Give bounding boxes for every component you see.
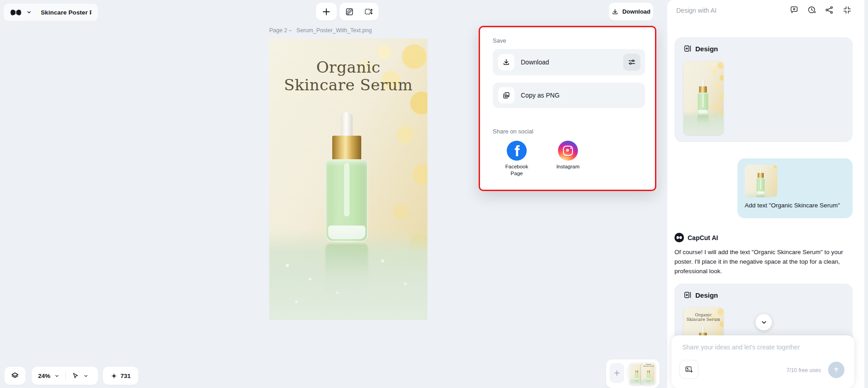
bottle-reflection bbox=[756, 195, 765, 197]
bottle-glass-base bbox=[635, 378, 638, 379]
design-card-1-header: Design bbox=[684, 44, 718, 53]
divider bbox=[65, 372, 66, 380]
bottle-glass-body bbox=[756, 178, 765, 195]
bottle-reflection bbox=[698, 115, 709, 128]
poster-title: Organic Skincare Serum bbox=[684, 313, 723, 322]
bottle-pipette bbox=[636, 373, 637, 378]
plus-icon bbox=[322, 7, 331, 16]
chat-input[interactable] bbox=[681, 342, 840, 353]
design-card-1-label: Design bbox=[695, 45, 718, 53]
bottle-glass-body bbox=[635, 373, 639, 380]
bottle-glass-base bbox=[698, 110, 708, 113]
bottle-pipette bbox=[344, 163, 349, 216]
poster-title: Organic Skincare Serum bbox=[642, 364, 655, 367]
free-uses-counter: 7/10 free uses bbox=[786, 367, 821, 373]
facebook-share-button[interactable] bbox=[507, 141, 527, 161]
poster-art: Organic Skincare Serum bbox=[642, 363, 655, 384]
poster-title-line1: Organic bbox=[269, 59, 427, 76]
poster-title-line1: Organic bbox=[684, 313, 723, 317]
design-icon bbox=[684, 291, 692, 299]
poster-art: Organic Skincare Serum bbox=[684, 61, 723, 135]
facebook-icon bbox=[507, 141, 527, 161]
bottle-gold-cap bbox=[332, 136, 361, 160]
popup-copy-png-label: Copy as PNG bbox=[521, 92, 640, 99]
history-icon[interactable] bbox=[807, 5, 816, 15]
save-popup: Save Download Copy as PNG Share on socia… bbox=[479, 26, 656, 191]
collapse-panel-icon[interactable] bbox=[843, 5, 852, 15]
instagram-flash-dot bbox=[570, 147, 572, 149]
serum-bottle bbox=[745, 165, 777, 197]
image-add-icon bbox=[684, 365, 693, 374]
page-file-name: Serum_Poster_With_Text.png bbox=[296, 27, 372, 34]
project-menu[interactable]: Skincare Poster Pr... bbox=[4, 4, 98, 21]
mask-tool-icon[interactable] bbox=[345, 7, 354, 16]
project-menu-chevron-icon[interactable] bbox=[26, 10, 32, 15]
ai-panel-title: Design with AI bbox=[676, 7, 717, 14]
layers-button[interactable] bbox=[5, 367, 25, 385]
chevron-down-icon bbox=[761, 319, 767, 326]
capcut-logo-icon bbox=[10, 9, 22, 16]
chat-input-card: 7/10 free uses bbox=[671, 335, 854, 388]
zoom-chevron-icon[interactable] bbox=[54, 373, 59, 378]
share-icon[interactable] bbox=[825, 5, 834, 15]
credits-count: 731 bbox=[121, 373, 131, 379]
popup-copy-png-row[interactable]: Copy as PNG bbox=[493, 83, 645, 108]
poster-art: Organic Skincare Serum bbox=[269, 39, 427, 320]
bottle-glass-body bbox=[698, 93, 709, 114]
bottle-reflection bbox=[635, 380, 639, 384]
download-icon bbox=[611, 8, 619, 15]
save-section-label: Save bbox=[493, 37, 506, 44]
layers-icon bbox=[10, 371, 19, 380]
download-settings-button[interactable] bbox=[623, 54, 640, 71]
page-label: Page 2 – Serum_Poster_With_Text.png bbox=[269, 27, 372, 34]
bottle-pipette bbox=[760, 178, 761, 189]
instagram-icon bbox=[563, 146, 573, 156]
instagram-share-button[interactable] bbox=[558, 141, 578, 161]
plus-icon bbox=[613, 369, 621, 377]
facebook-label-line2: Page bbox=[497, 170, 537, 177]
add-page-button[interactable] bbox=[610, 363, 624, 383]
popup-download-label: Download bbox=[521, 59, 617, 66]
cursor-chevron-icon[interactable] bbox=[83, 373, 88, 378]
ai-panel-header-actions bbox=[790, 5, 852, 15]
bottle-glass-base bbox=[647, 378, 650, 379]
poster-title-line2: Skincare Serum bbox=[642, 365, 655, 367]
poster-title-line2: Skincare Serum bbox=[269, 76, 427, 94]
poster-title-line2: Skincare Serum bbox=[684, 317, 723, 322]
page-navigator: Organic Skincare Serum Organic Skincare … bbox=[606, 359, 659, 388]
add-image-button[interactable] bbox=[679, 360, 698, 379]
bottle-glass-body bbox=[325, 159, 368, 242]
sliders-icon bbox=[628, 58, 636, 66]
page-2-thumbnail[interactable]: Organic Skincare Serum bbox=[641, 363, 655, 384]
project-title: Skincare Poster Pr... bbox=[41, 9, 92, 16]
new-chat-icon[interactable] bbox=[790, 5, 799, 15]
divider bbox=[627, 368, 627, 378]
send-button[interactable] bbox=[828, 362, 844, 378]
copy-image-icon bbox=[498, 87, 514, 103]
sparkle-icon bbox=[111, 373, 117, 379]
scroll-to-bottom-button[interactable] bbox=[756, 314, 772, 330]
poster-canvas[interactable]: Organic Skincare Serum bbox=[269, 39, 427, 320]
add-element-button[interactable] bbox=[316, 3, 337, 20]
bottle-glass-base bbox=[757, 192, 765, 194]
zoom-and-cursor-controls: 24% bbox=[32, 367, 98, 385]
assistant-name: CapCut AI bbox=[688, 234, 718, 241]
popup-download-row[interactable]: Download bbox=[493, 49, 645, 75]
resize-tool-icon[interactable] bbox=[364, 7, 373, 16]
credits-button[interactable]: 731 bbox=[103, 367, 138, 385]
user-message-text: Add text "Organic Skincare Serum" bbox=[745, 202, 846, 209]
design-card-2-label: Design bbox=[695, 291, 718, 299]
bottle-dropper-top bbox=[341, 112, 353, 138]
download-button[interactable]: Download bbox=[609, 3, 653, 20]
cursor-tool-icon[interactable] bbox=[72, 372, 79, 380]
design-card-1-thumbnail[interactable]: Organic Skincare Serum bbox=[684, 61, 723, 135]
assistant-header: CapCut AI bbox=[674, 233, 718, 242]
bottle-gold-cap bbox=[699, 86, 707, 93]
zoom-level[interactable]: 24% bbox=[38, 373, 50, 379]
share-section-label: Share on social bbox=[493, 128, 533, 135]
panel-scrollbar[interactable] bbox=[864, 0, 868, 388]
assistant-message: Of course! I will add the text "Organic … bbox=[674, 248, 857, 276]
poster-title: Organic Skincare Serum bbox=[269, 59, 427, 94]
poster-art: Organic Skincare Serum bbox=[745, 165, 777, 197]
bottle-pipette bbox=[702, 93, 703, 108]
